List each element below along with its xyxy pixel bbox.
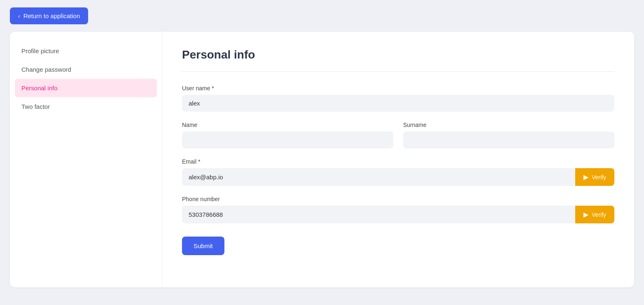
phone-label: Phone number — [182, 196, 614, 202]
name-group: Name — [182, 122, 393, 148]
sidebar-item-profile-picture[interactable]: Profile picture — [10, 42, 162, 60]
return-button[interactable]: ‹ Return to application — [10, 7, 88, 24]
phone-input-group: ▶ Verify — [182, 206, 614, 223]
name-input[interactable] — [182, 131, 393, 148]
email-verify-button[interactable]: ▶ Verify — [575, 168, 614, 186]
name-surname-row: Name Surname — [182, 122, 614, 158]
chevron-left-icon: ‹ — [18, 13, 20, 19]
top-bar: ‹ Return to application — [0, 0, 644, 32]
name-label: Name — [182, 122, 393, 128]
email-label: Email * — [182, 158, 614, 165]
phone-verify-label: Verify — [592, 211, 606, 218]
verify-email-icon: ▶ — [583, 173, 588, 181]
surname-label: Surname — [403, 122, 614, 128]
phone-verify-button[interactable]: ▶ Verify — [575, 206, 614, 223]
email-input-group: ▶ Verify — [182, 168, 614, 186]
phone-input[interactable] — [182, 206, 575, 223]
section-divider — [182, 71, 614, 72]
sidebar-item-personal-info[interactable]: Personal info — [15, 79, 157, 97]
username-group: User name * — [182, 85, 614, 112]
submit-button[interactable]: Submit — [182, 237, 224, 255]
sidebar-item-change-password[interactable]: Change password — [10, 60, 162, 79]
content-area: Personal info User name * Name Surname E… — [162, 32, 634, 287]
email-group: Email * ▶ Verify — [182, 158, 614, 186]
surname-group: Surname — [403, 122, 614, 148]
verify-phone-icon: ▶ — [583, 211, 588, 218]
username-input[interactable] — [182, 95, 614, 112]
username-label: User name * — [182, 85, 614, 92]
sidebar: Profile picture Change password Personal… — [10, 32, 162, 287]
surname-input[interactable] — [403, 131, 614, 148]
phone-group: Phone number ▶ Verify — [182, 196, 614, 223]
page-title: Personal info — [182, 48, 614, 61]
main-card: Profile picture Change password Personal… — [10, 32, 634, 287]
return-label: Return to application — [23, 12, 80, 19]
email-input[interactable] — [182, 168, 575, 186]
email-verify-label: Verify — [592, 174, 606, 181]
sidebar-item-two-factor[interactable]: Two factor — [10, 97, 162, 116]
